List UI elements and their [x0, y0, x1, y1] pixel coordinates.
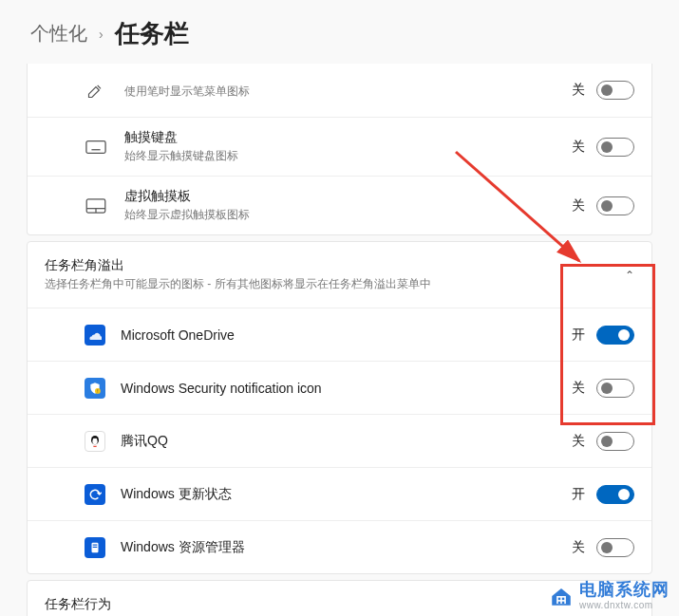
overflow-card: 任务栏角溢出 选择任务栏角中可能显示的图标 - 所有其他图标将显示在任务栏角溢出… — [27, 241, 652, 574]
toggle-onedrive[interactable] — [596, 326, 634, 345]
row-sub: 始终显示虚拟触摸板图标 — [124, 207, 572, 223]
svg-rect-16 — [93, 544, 98, 545]
toggle-touch-keyboard[interactable] — [596, 138, 634, 157]
svg-point-14 — [96, 438, 97, 439]
svg-rect-0 — [86, 140, 105, 153]
onedrive-icon — [85, 325, 105, 345]
chevron-right-icon: › — [99, 27, 104, 42]
watermark: 电脑系统网 www.dnxtw.com — [549, 581, 670, 610]
chevron-up-icon: ⌃ — [625, 269, 634, 282]
svg-point-13 — [93, 438, 94, 439]
toggle-virtual-touchpad[interactable] — [596, 196, 634, 215]
row-qq[interactable]: 腾讯QQ 关 — [28, 414, 651, 467]
watermark-logo-icon — [549, 584, 574, 608]
row-security[interactable]: ! Windows Security notification icon 关 — [28, 361, 651, 414]
section-title: 任务栏行为 — [45, 596, 634, 613]
row-pen-menu[interactable]: 使用笔时显示笔菜单图标 关 — [28, 64, 651, 117]
explorer-icon — [85, 537, 105, 558]
row-title: 虚拟触摸板 — [124, 188, 572, 205]
keyboard-icon — [85, 136, 107, 159]
svg-rect-22 — [558, 601, 560, 603]
app-name: Windows Security notification icon — [121, 381, 572, 396]
row-windows-update[interactable]: Windows 更新状态 开 — [28, 467, 651, 520]
pen-icon — [85, 79, 107, 102]
touchpad-icon — [85, 195, 107, 217]
watermark-text: 电脑系统网 — [579, 581, 670, 600]
breadcrumb: 个性化 › 任务栏 — [0, 0, 679, 64]
svg-rect-23 — [562, 601, 564, 603]
section-sub: 选择任务栏角中可能显示的图标 - 所有其他图标将显示在任务栏角溢出菜单中 — [45, 276, 610, 292]
breadcrumb-current: 任务栏 — [115, 17, 189, 50]
app-name: Microsoft OneDrive — [121, 327, 572, 343]
svg-rect-19 — [556, 596, 566, 604]
row-sub: 始终显示触摸键盘图标 — [124, 148, 572, 164]
section-title: 任务栏角溢出 — [45, 257, 610, 274]
update-icon — [85, 484, 105, 505]
toggle-state: 关 — [572, 539, 585, 556]
toggle-update[interactable] — [596, 485, 634, 504]
toggle-state: 开 — [572, 486, 585, 503]
toggle-qq[interactable] — [596, 432, 634, 451]
svg-rect-21 — [562, 597, 564, 599]
breadcrumb-parent[interactable]: 个性化 — [30, 21, 87, 47]
qq-icon — [85, 431, 105, 452]
row-touch-keyboard[interactable]: 触摸键盘 始终显示触摸键盘图标 关 — [28, 117, 651, 176]
watermark-url: www.dnxtw.com — [579, 600, 670, 610]
toggle-state: 关 — [572, 82, 585, 99]
toggle-state: 开 — [572, 327, 585, 344]
app-name: Windows 更新状态 — [121, 486, 572, 503]
toggle-state: 关 — [572, 197, 585, 215]
svg-rect-20 — [558, 597, 560, 599]
toggle-explorer[interactable] — [596, 538, 634, 557]
toggle-state: 关 — [572, 380, 585, 397]
row-sub: 使用笔时显示笔菜单图标 — [124, 84, 572, 100]
row-onedrive[interactable]: Microsoft OneDrive 开 — [28, 308, 651, 361]
toggle-state: 关 — [572, 139, 585, 156]
svg-text:!: ! — [97, 388, 98, 393]
app-name: Windows 资源管理器 — [121, 539, 572, 556]
corner-icons-card: 使用笔时显示笔菜单图标 关 触摸键盘 始终显示触摸键盘图标 关 虚拟触摸板 始终… — [27, 64, 652, 235]
shield-icon: ! — [85, 378, 105, 399]
row-virtual-touchpad[interactable]: 虚拟触摸板 始终显示虚拟触摸板图标 关 — [28, 176, 651, 234]
toggle-state: 关 — [572, 433, 585, 450]
toggle-pen[interactable] — [596, 81, 634, 100]
toggle-security[interactable] — [596, 379, 634, 398]
app-name: 腾讯QQ — [121, 433, 572, 450]
row-title: 触摸键盘 — [124, 129, 572, 146]
svg-rect-17 — [93, 546, 98, 547]
row-explorer[interactable]: Windows 资源管理器 关 — [28, 520, 651, 573]
overflow-header[interactable]: 任务栏角溢出 选择任务栏角中可能显示的图标 - 所有其他图标将显示在任务栏角溢出… — [28, 242, 651, 308]
